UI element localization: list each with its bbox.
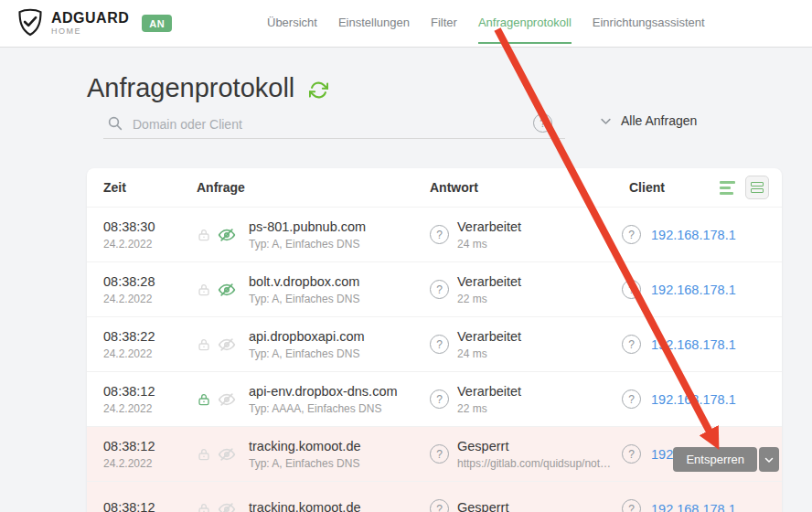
lock-icon	[197, 447, 211, 462]
eye-off-icon	[218, 336, 236, 354]
refresh-icon[interactable]	[309, 80, 328, 100]
query-time: 08:38:22	[103, 329, 197, 344]
nav-einrichtungsassistent[interactable]: Einrichtungsassistent	[593, 0, 705, 47]
unblock-caret-button[interactable]	[759, 447, 779, 472]
response-status: Verarbeitet	[457, 329, 622, 344]
list-lines-icon[interactable]	[718, 177, 737, 198]
search-input[interactable]	[133, 117, 533, 132]
response-detail: 24 ms	[457, 347, 617, 360]
query-time: 08:38:28	[103, 274, 197, 289]
query-domain: api.dropboxapi.com	[249, 329, 430, 344]
column-antwort: Antwort	[430, 180, 629, 195]
query-date: 24.2.2022	[103, 457, 197, 470]
shield-check-icon	[16, 7, 44, 38]
query-type: Typ: A, Einfaches DNS	[249, 457, 409, 470]
eye-off-icon	[218, 390, 236, 409]
query-type: Typ: A, Einfaches DNS	[249, 347, 409, 360]
response-detail: https://gitlab.com/quidsup/not…	[457, 457, 617, 470]
column-client: Client	[629, 180, 718, 195]
response-help-icon[interactable]: ?	[430, 499, 449, 512]
page-title: Anfragenprotokoll	[87, 73, 294, 103]
nav-einstellungen[interactable]: Einstellungen	[338, 0, 410, 47]
client-help-icon[interactable]: ?	[622, 389, 641, 409]
query-domain: tracking.komoot.de	[249, 500, 430, 512]
query-time: 08:38:12	[103, 384, 197, 399]
nav-uebersicht[interactable]: Übersicht	[267, 0, 317, 47]
response-help-icon[interactable]: ?	[430, 389, 449, 409]
table-row: 08:38:22 24.2.2022 api.dropboxapi.com	[87, 317, 782, 372]
response-status: Gesperrt	[457, 439, 622, 453]
eye-off-icon	[218, 226, 236, 244]
query-time: 08:38:30	[103, 219, 197, 234]
query-log-card: Zeit Anfrage Antwort Client 08:38:30 24.…	[87, 168, 782, 512]
client-ip-link[interactable]: 192.168.178.1	[651, 502, 736, 512]
lock-icon	[197, 502, 211, 512]
response-detail: 22 ms	[457, 402, 617, 415]
query-domain: bolt.v.dropbox.com	[249, 274, 430, 289]
brand-subtitle: HOME	[51, 27, 129, 36]
query-date: 24.2.2022	[103, 238, 197, 251]
request-filter-dropdown[interactable]: Alle Anfragen	[599, 113, 697, 128]
query-date: 24.2.2022	[103, 402, 197, 415]
table-row: 08:38:28 24.2.2022 bolt.v.dropbox.com	[87, 262, 782, 317]
response-detail: 22 ms	[457, 293, 617, 305]
query-type: Typ: AAAA, Einfaches DNS	[249, 402, 409, 415]
table-body: 08:38:30 24.2.2022 ps-801.pubnub.com	[87, 208, 782, 512]
protection-status-badge: AN	[142, 15, 172, 32]
client-ip-link[interactable]: 192.168.178.1	[651, 228, 736, 242]
unblock-button[interactable]: Entsperren	[673, 447, 757, 472]
client-help-icon[interactable]: ?	[622, 335, 641, 354]
search-help-icon[interactable]: ?	[533, 113, 552, 133]
query-date: 24.2.2022	[103, 293, 197, 305]
lock-icon	[197, 228, 211, 242]
query-date: 24.2.2022	[103, 347, 197, 360]
query-type: Typ: A, Einfaches DNS	[249, 238, 409, 251]
client-ip-link[interactable]: 192.168.178.1	[651, 392, 736, 407]
row-action: Entsperren	[673, 447, 779, 472]
chevron-down-icon	[599, 114, 613, 128]
table-header: Zeit Anfrage Antwort Client	[87, 168, 782, 208]
brand-name: ADGUARD	[51, 11, 129, 26]
table-row: 08:38:12 tracking.komoot.de	[87, 482, 782, 512]
table-row: 08:38:12 24.2.2022 tracking.komoot.de	[87, 427, 782, 482]
response-help-icon[interactable]: ?	[430, 335, 449, 354]
search-icon	[107, 115, 123, 132]
column-zeit: Zeit	[103, 180, 197, 195]
response-status: Verarbeitet	[457, 384, 622, 399]
chevron-down-icon	[764, 454, 775, 465]
eye-off-icon	[218, 500, 236, 512]
lock-icon	[197, 283, 211, 297]
client-ip-link[interactable]: 192.168.178.1	[651, 283, 736, 297]
table-row: 08:38:12 24.2.2022 api-env.dropbox-dns	[87, 372, 782, 427]
client-ip-link[interactable]: 192.168.178.1	[651, 337, 736, 352]
eye-off-icon	[218, 281, 236, 299]
request-filter-label: Alle Anfragen	[621, 113, 697, 128]
query-domain: api-env.dropbox-dns.com	[249, 384, 430, 399]
client-help-icon[interactable]: ?	[622, 444, 641, 464]
nav-filter[interactable]: Filter	[431, 0, 457, 47]
client-help-icon[interactable]: ?	[622, 225, 641, 244]
lock-icon	[197, 392, 211, 407]
eye-off-icon	[218, 445, 236, 464]
response-help-icon[interactable]: ?	[430, 280, 449, 299]
main-nav: Übersicht Einstellungen Filter Anfragenp…	[267, 0, 705, 47]
query-type: Typ: A, Einfaches DNS	[249, 293, 409, 305]
brand-logo[interactable]: ADGUARD HOME AN	[16, 7, 172, 38]
query-time: 08:38:12	[103, 500, 197, 512]
response-status: Verarbeitet	[457, 219, 622, 234]
client-help-icon[interactable]: ?	[622, 499, 641, 512]
response-status: Gesperrt	[457, 500, 622, 512]
lock-icon	[197, 337, 211, 352]
query-time: 08:38:12	[103, 439, 197, 453]
response-detail: 24 ms	[457, 238, 617, 251]
response-status: Verarbeitet	[457, 274, 622, 289]
query-domain: ps-801.pubnub.com	[249, 219, 430, 234]
response-help-icon[interactable]: ?	[430, 444, 449, 464]
top-bar: ADGUARD HOME AN Übersicht Einstellungen …	[0, 0, 812, 47]
response-help-icon[interactable]: ?	[430, 225, 449, 244]
nav-anfragenprotokoll[interactable]: Anfragenprotokoll	[478, 0, 572, 47]
search-field: ?	[103, 110, 565, 139]
table-row: 08:38:30 24.2.2022 ps-801.pubnub.com	[87, 208, 782, 262]
client-help-icon[interactable]: ?	[622, 280, 641, 299]
list-cards-icon[interactable]	[745, 176, 769, 199]
